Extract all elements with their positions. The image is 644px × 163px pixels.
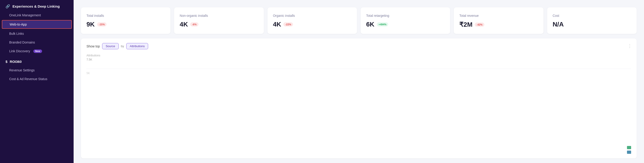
metric-non-organic-label: Non-organic installs	[180, 14, 208, 18]
bottom-panel: Show top Source by Attributions ⋮ Attrib…	[81, 39, 637, 158]
metric-non-organic-installs: Non-organic installs 4K -6%	[174, 7, 264, 34]
metric-cost: Cost N/A	[547, 7, 637, 34]
show-top-label: Show top	[86, 44, 100, 48]
chart-y-value2: 5K	[86, 69, 631, 75]
sidebar-item-web-to-app[interactable]: Web-to-App	[2, 20, 72, 29]
metric-organic-label: Organic installs	[273, 14, 295, 18]
metric-retargeting-label: Total retargeting	[366, 14, 389, 18]
link-icon: 🔗	[6, 4, 10, 9]
sidebar-item-link-discovery[interactable]: Link Discovery New	[0, 47, 74, 56]
metric-non-organic-value-row: 4K -6%	[180, 21, 198, 28]
metric-cost-value-row: N/A	[553, 21, 564, 28]
filter-row: Show top Source by Attributions	[86, 43, 631, 49]
metric-revenue-value-row: ₹2M -42%	[459, 21, 484, 28]
legend-item-green	[627, 146, 631, 149]
metric-organic-installs: Organic installs 4K -22%	[268, 7, 357, 34]
sidebar-item-bulk-links[interactable]: Bulk Links	[0, 29, 74, 38]
metric-cost-label: Cost	[553, 14, 559, 18]
metric-total-installs-badge: -15%	[97, 22, 107, 27]
sidebar-item-cost-ad-revenue[interactable]: Cost & Ad Revenue Status	[0, 75, 74, 83]
sidebar-item-onelink[interactable]: OneLink Management	[0, 11, 74, 20]
metric-revenue-value: ₹2M	[459, 21, 472, 28]
sidebar-section-experiences: 🔗 Experiences & Deep Linking	[0, 0, 74, 11]
attributions-chip[interactable]: Attributions	[126, 43, 148, 49]
chart-y-axis-label: Attributions	[86, 54, 631, 57]
sidebar-item-revenue-settings[interactable]: Revenue Settings	[0, 66, 74, 75]
source-chip[interactable]: Source	[102, 43, 118, 49]
metric-total-installs-label: Total installs	[86, 14, 104, 18]
legend-color-green	[627, 146, 631, 149]
by-label: by	[121, 44, 124, 48]
chart-area: Attributions 7.5K 5K	[86, 54, 631, 158]
metric-retargeting-value-row: 6K +494%	[366, 21, 388, 28]
metric-organic-value: 4K	[273, 21, 281, 28]
metric-total-installs: Total installs 9K -15%	[81, 7, 170, 34]
metric-non-organic-value: 4K	[180, 21, 188, 28]
metric-revenue-label: Total revenue	[459, 14, 479, 18]
metrics-row: Total installs 9K -15% Non-organic insta…	[74, 0, 644, 34]
metric-retargeting-value: 6K	[366, 21, 374, 28]
sidebar-section-roi360: $ ROI360	[0, 56, 74, 66]
metric-total-installs-value-row: 9K -15%	[86, 21, 106, 28]
sidebar: 🔗 Experiences & Deep Linking OneLink Man…	[0, 0, 74, 163]
main-content: Total installs 9K -15% Non-organic insta…	[74, 0, 644, 163]
metric-revenue-badge: -42%	[475, 23, 484, 27]
metric-non-organic-badge: -6%	[190, 22, 198, 27]
chart-y-axis-value: 7.5K	[86, 58, 631, 61]
metric-total-installs-value: 9K	[86, 21, 95, 28]
metric-organic-value-row: 4K -22%	[273, 21, 293, 28]
metric-total-revenue: Total revenue ₹2M -42%	[454, 7, 543, 34]
metric-retargeting-badge: +494%	[377, 22, 388, 27]
new-badge: New	[33, 50, 42, 53]
metric-cost-value: N/A	[553, 21, 564, 28]
metric-total-retargeting: Total retargeting 6K +494%	[361, 7, 450, 34]
sidebar-item-branded-domains[interactable]: Branded Domains	[0, 38, 74, 47]
chart-legend	[627, 146, 631, 154]
metric-organic-badge: -22%	[283, 22, 293, 27]
legend-item-blue	[627, 150, 631, 154]
dollar-icon: $	[6, 60, 7, 64]
three-dots-menu[interactable]: ⋮	[628, 43, 632, 49]
legend-color-blue	[627, 150, 631, 154]
